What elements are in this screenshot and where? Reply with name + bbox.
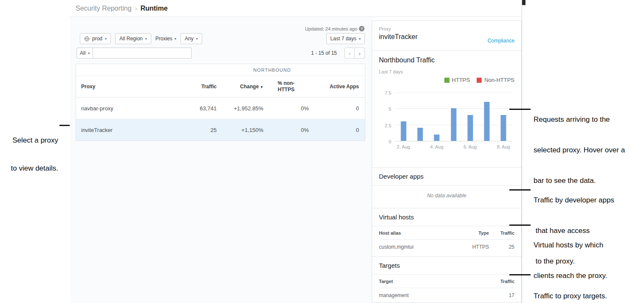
virtual-host-row[interactable]: custom,mgmtui HTTPS 25	[379, 240, 514, 255]
proxy-name-cell: inviteTracker	[76, 119, 179, 141]
legend-item: HTTPS	[444, 77, 470, 83]
globe-icon	[84, 36, 90, 42]
developer-apps-title: Developer apps	[379, 173, 514, 180]
search-scope-label: All	[80, 50, 85, 56]
legend-label: Non-HTTPS	[484, 77, 514, 83]
caret-down-icon: ▾	[196, 37, 198, 41]
northbound-traffic-title: Northbound Traffic	[379, 56, 514, 64]
breadcrumb: Security Reporting › Runtime	[70, 0, 522, 17]
search-input[interactable]	[93, 48, 192, 59]
annotation-connector	[509, 109, 531, 110]
northbound-traffic-section: Northbound Traffic Last 7 days HTTPSNon-…	[372, 50, 521, 168]
column-header-change-label: Change	[240, 84, 259, 90]
non-https-cell: 0%	[263, 119, 309, 141]
column-header-target: Target	[379, 275, 476, 288]
column-header-non-https[interactable]: % non- HTTPS	[263, 76, 309, 98]
region-dropdown[interactable]: All Region ▾	[115, 33, 151, 44]
developer-apps-section: Developer apps No data available	[372, 168, 521, 208]
any-dropdown[interactable]: Any ▾	[181, 33, 202, 44]
environment-dropdown[interactable]: prod ▾	[80, 33, 111, 44]
chart-bar[interactable]	[467, 115, 473, 141]
chart-bar[interactable]	[417, 128, 423, 141]
chart-bar[interactable]	[434, 135, 440, 141]
chevron-left-icon: ‹	[349, 50, 351, 57]
proxy-label: Proxy	[379, 26, 514, 31]
annotation-line: Traffic to proxy targets.	[534, 291, 607, 301]
updated-status: Updated: 24 minutes ago ?	[305, 26, 364, 31]
chevron-right-icon: ›	[359, 50, 361, 57]
updated-text: Updated: 24 minutes ago	[305, 26, 357, 31]
y-tick-label: 7.5	[385, 90, 391, 95]
date-range-label: Last 7 days	[330, 36, 356, 42]
virtual-hosts-table: Host alias Type Traffic custom,mgmtui HT…	[379, 226, 514, 254]
type-cell: HTTPS	[463, 240, 489, 255]
caret-down-icon: ▾	[105, 37, 107, 41]
page: Security Reporting › Runtime Updated: 24…	[0, 0, 644, 303]
column-header-non-https-line1: % non-	[263, 80, 309, 87]
help-icon[interactable]: ?	[359, 26, 364, 31]
column-header-non-https-line2: HTTPS	[263, 87, 309, 93]
app-right-edge	[522, 0, 522, 303]
proxies-label: Proxies	[155, 36, 172, 42]
chart-bar[interactable]	[401, 121, 406, 141]
annotation-connector	[509, 224, 531, 226]
divider	[372, 185, 521, 185]
proxy-table: NORTHBOUND Proxy Traffic Change▼ % non- …	[76, 64, 365, 141]
column-header-type: Type	[463, 226, 489, 240]
annotation-line: Virtual hosts by which	[534, 240, 607, 250]
any-label: Any	[185, 36, 194, 42]
column-header-traffic: Traffic	[476, 275, 514, 288]
change-cell: +1,150%	[217, 119, 263, 141]
table-row-invitetracker[interactable]: inviteTracker 25 +1,150% 0% 0	[76, 119, 365, 141]
x-tick-label: 4. Aug	[430, 144, 443, 149]
annotation-line: Requests arriving to the	[534, 115, 625, 125]
chart-bar[interactable]	[501, 115, 506, 141]
annotation-connector	[59, 125, 70, 126]
targets-table: Target Traffic management 17	[379, 275, 514, 303]
northbound-chart: 02.557.5 2. Aug4. Aug6. Aug8. Aug	[379, 93, 514, 150]
chart-legend: HTTPSNon-HTTPS	[379, 77, 514, 83]
column-header-change[interactable]: Change▼	[217, 76, 263, 98]
annotation-connector	[509, 274, 531, 275]
chart-bar[interactable]	[484, 102, 490, 141]
x-tick-label: 2. Aug	[397, 144, 410, 149]
legend-label: HTTPS	[452, 77, 470, 83]
table-group-header-row: NORTHBOUND	[76, 64, 365, 76]
targets-header-row: Target Traffic	[379, 275, 514, 288]
scrollbar-thumb[interactable]	[522, 0, 525, 5]
column-header-active-apps[interactable]: Active Apps	[309, 76, 365, 98]
virtual-hosts-header-row: Host alias Type Traffic	[379, 226, 514, 240]
annotation-connector	[509, 189, 531, 191]
chart-plot-area: 02.557.5	[395, 93, 512, 141]
caret-down-icon: ▾	[359, 37, 361, 41]
target-row[interactable]: management 17	[379, 288, 514, 303]
targets-title: Targets	[379, 262, 514, 269]
breadcrumb-section[interactable]: Security Reporting	[76, 5, 132, 12]
virtual-hosts-title: Virtual hosts	[379, 213, 514, 221]
group-header-northbound: NORTHBOUND	[179, 64, 365, 76]
chart-bar[interactable]	[451, 108, 456, 141]
table-row-navbar-proxy[interactable]: navbar-proxy 63,741 +1,952.85% 0% 0	[76, 98, 365, 119]
column-header-host-alias: Host alias	[379, 226, 463, 240]
next-page-button[interactable]: ›	[355, 48, 365, 59]
legend-item: Non-HTTPS	[477, 77, 514, 83]
traffic-cell: 17	[476, 288, 514, 303]
no-data-message: No data available	[379, 193, 514, 199]
proxies-dropdown[interactable]: Proxies ▾	[155, 36, 176, 42]
traffic-cell: 25	[179, 119, 217, 141]
filter-toolbar: prod ▾ All Region ▾ Proxies ▾ Any ▾ Last…	[80, 33, 365, 44]
proxy-name-cell: navbar-proxy	[76, 98, 179, 119]
x-tick-label: 8. Aug	[497, 144, 510, 149]
pagination-text: 1 - 15 of 15	[311, 50, 337, 56]
group-header-empty	[76, 64, 179, 76]
search-scope-dropdown[interactable]: All ▾	[76, 48, 93, 59]
prev-page-button[interactable]: ‹	[345, 48, 355, 59]
compliance-link[interactable]: Compliance	[488, 38, 514, 44]
date-range-dropdown[interactable]: Last 7 days ▾	[326, 33, 365, 44]
environment-label: prod	[92, 36, 102, 42]
y-tick-label: 5	[389, 107, 391, 112]
region-label: All Region	[119, 36, 143, 42]
annotation-line: selected proxy. Hover over a	[534, 145, 625, 155]
annotation-line: to view details.	[0, 164, 58, 173]
column-header-traffic[interactable]: Traffic	[179, 76, 217, 98]
